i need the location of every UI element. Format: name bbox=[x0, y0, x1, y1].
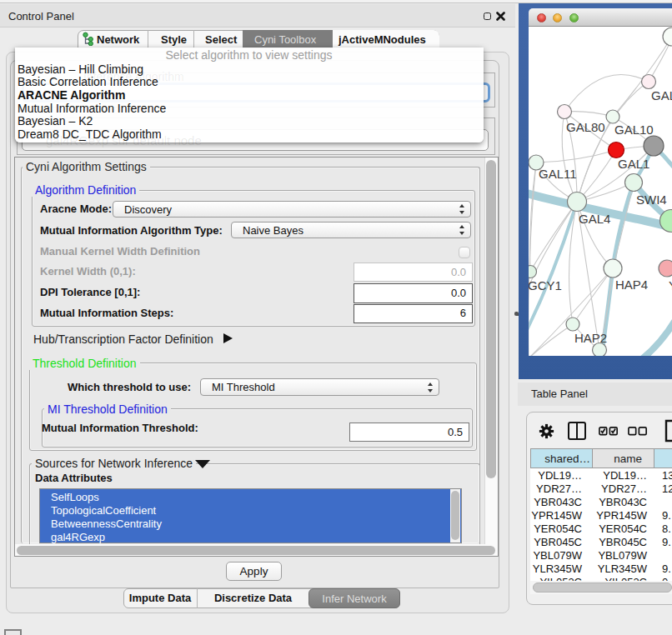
svg-text:Y: Y bbox=[669, 278, 672, 292]
svg-text:HAP2: HAP2 bbox=[574, 331, 607, 345]
svg-text:GAL: GAL bbox=[651, 88, 672, 102]
svg-text:SWI4: SWI4 bbox=[636, 192, 667, 207]
svg-text:GAL11: GAL11 bbox=[539, 167, 577, 181]
svg-text:GAL80: GAL80 bbox=[566, 120, 605, 134]
svg-text:GAL4: GAL4 bbox=[579, 212, 610, 226]
svg-text:HAP4: HAP4 bbox=[615, 278, 648, 292]
svg-text:GAL10: GAL10 bbox=[614, 122, 654, 137]
svg-text:GAL1: GAL1 bbox=[618, 157, 649, 171]
svg-text:GCY1: GCY1 bbox=[529, 278, 562, 292]
